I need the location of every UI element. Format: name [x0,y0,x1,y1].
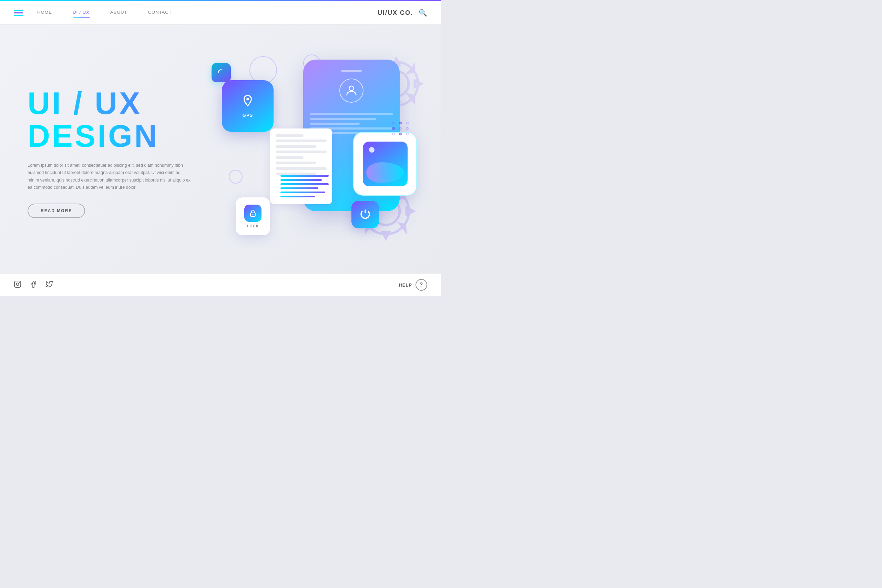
phone-content-line [310,123,360,125]
h-line [280,196,315,197]
hero-section: UI / UX DESIGN Lorem ipsum dolor sit ame… [0,25,441,273]
phone-bar [341,70,362,72]
facebook-icon[interactable] [30,280,37,290]
doc-line [276,145,316,148]
lock-card: LOCK [236,197,270,235]
gps-card: GPS [222,80,273,132]
hamburger-menu[interactable] [14,10,23,16]
doc-line [276,150,327,153]
help-section: HELP ? [399,279,427,291]
nav-home[interactable]: HOME [37,10,52,16]
image-card-inner [363,142,408,186]
hero-right-illustration: GPS [201,53,413,252]
instagram-icon[interactable] [14,280,21,290]
svg-point-9 [16,283,19,285]
cyan-loading-card [212,63,231,82]
doc-line [276,156,303,159]
lock-label: LOCK [247,224,259,228]
navbar: HOME UI / UX ABOUT CONTACT UI/UX CO. 🔍 [0,1,441,25]
help-button[interactable]: ? [416,279,427,291]
svg-point-5 [349,86,354,91]
read-more-button[interactable]: READ MORE [28,204,85,218]
svg-point-4 [246,98,249,100]
h-line [280,183,328,185]
image-blob [366,162,404,183]
doc-line [276,167,327,170]
image-card [353,132,417,196]
doc-line [276,140,327,142]
hero-left: UI / UX DESIGN Lorem ipsum dolor sit ame… [28,87,220,218]
image-dot [369,147,375,153]
help-label: HELP [399,282,412,288]
social-links [14,280,53,290]
hero-description: Lorem ipsum dolor sit amet, consectetuer… [28,162,193,191]
footer: HELP ? [0,273,441,296]
phone-content-line [310,113,393,115]
dot-pattern [392,122,410,135]
nav-links: HOME UI / UX ABOUT CONTACT [37,10,378,16]
svg-point-7 [252,214,254,215]
phone-user-icon [339,78,363,103]
nav-about[interactable]: ABOUT [110,10,128,16]
nav-contact[interactable]: CONTACT [148,10,172,16]
gps-label: GPS [243,112,253,118]
h-line [280,179,322,181]
horizontal-lines [280,175,328,197]
h-line [280,175,328,177]
deco-circle-3 [229,170,243,184]
location-pin-icon [242,94,254,110]
deco-circle-1 [249,56,277,84]
doc-line [276,134,303,137]
phone-content-line [310,118,376,120]
brand-name: UI/UX CO. [378,9,413,16]
svg-rect-8 [15,281,21,287]
twitter-icon[interactable] [45,280,53,290]
lock-icon [244,205,261,222]
h-line [280,188,318,189]
hero-title: UI / UX DESIGN [28,87,220,152]
svg-point-10 [19,282,20,283]
h-line [280,192,325,193]
doc-line [276,162,316,164]
power-card [351,201,379,228]
search-icon[interactable]: 🔍 [418,9,427,17]
hero-title-line2: DESIGN [28,120,220,153]
hero-title-line1: UI / UX [28,87,220,120]
nav-uiux[interactable]: UI / UX [73,10,90,16]
